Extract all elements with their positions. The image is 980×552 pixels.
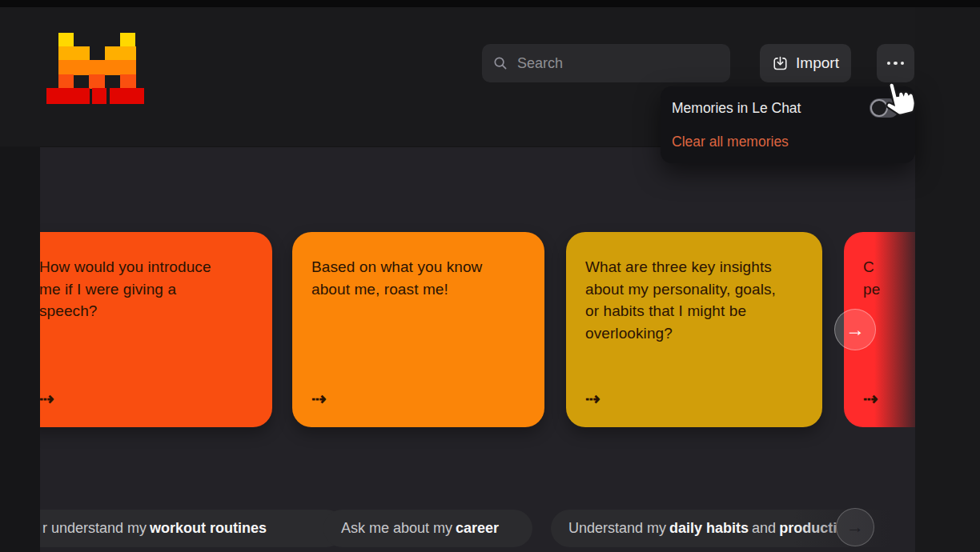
search-bar[interactable] — [482, 44, 730, 82]
ellipsis-icon — [887, 62, 905, 66]
more-options-menu: Memories in Le Chat Clear all memories — [661, 86, 915, 163]
chip-text: and — [752, 520, 776, 537]
prompt-card-roast-me[interactable]: Based on what you know about me, roast m… — [292, 232, 544, 427]
chip-text-bold: workout routines — [150, 520, 267, 537]
chip-text: Understand my — [568, 520, 666, 537]
dashed-arrow-icon: ⇢ — [863, 389, 878, 410]
right-arrow-icon: → — [846, 517, 864, 538]
import-label: Import — [796, 54, 839, 72]
dashed-arrow-icon: ⇢ — [585, 389, 600, 410]
left-background-strip — [0, 146, 40, 552]
memories-toggle-label: Memories in Le Chat — [672, 100, 801, 117]
prompt-card-three-insights[interactable]: What are three key insights about my per… — [566, 232, 822, 427]
dashed-arrow-icon: ⇢ — [40, 389, 54, 410]
chip-text: Ask me about my — [341, 520, 452, 537]
prompt-card-introduce-speech[interactable]: How would you introduce me if I were giv… — [40, 232, 272, 427]
mistral-logo — [46, 33, 147, 105]
chip-career[interactable]: Ask me about my career — [323, 510, 532, 547]
right-background-strip — [915, 7, 980, 552]
chip-workout-routines[interactable]: r understand my workout routines — [40, 510, 345, 547]
card-text: Cpe — [863, 256, 915, 300]
chips-next-button[interactable]: → — [836, 508, 874, 546]
right-arrow-icon: → — [845, 318, 865, 341]
chip-text-bold: daily habits — [669, 520, 749, 537]
card-text: How would you introduce me if I were giv… — [40, 256, 253, 322]
search-icon — [493, 56, 508, 70]
memories-panel: How would you introduce me if I were giv… — [40, 146, 915, 552]
menu-item-clear-all-memories[interactable]: Clear all memories — [661, 125, 915, 158]
menu-item-memories-in-le-chat[interactable]: Memories in Le Chat — [661, 91, 915, 125]
chip-text-bold: producti — [779, 520, 837, 537]
search-input[interactable] — [517, 55, 709, 72]
card-text: What are three key insights about my per… — [585, 256, 803, 344]
carousel-next-button[interactable]: → — [834, 309, 876, 350]
top-black-bar — [0, 0, 980, 7]
card-text: Based on what you know about me, roast m… — [311, 256, 525, 300]
import-button[interactable]: Import — [760, 44, 851, 82]
chip-text-bold: career — [456, 520, 499, 537]
dashed-arrow-icon: ⇢ — [311, 389, 326, 410]
clear-all-memories-label: Clear all memories — [672, 134, 789, 150]
import-download-icon — [772, 55, 789, 72]
chip-text: r understand my — [42, 520, 147, 537]
